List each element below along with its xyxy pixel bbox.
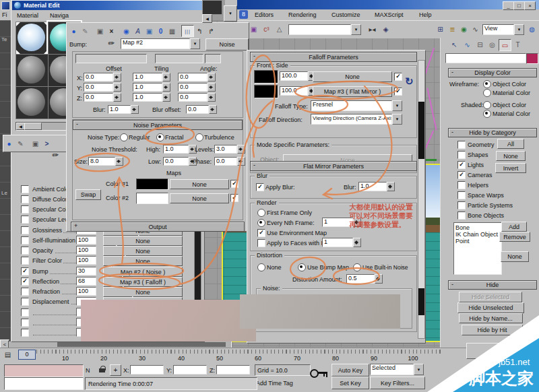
map-checkbox[interactable] xyxy=(21,236,29,244)
shaded-object-color-radio[interactable] xyxy=(483,101,491,109)
spinner[interactable] xyxy=(208,93,216,102)
map-button[interactable]: None xyxy=(103,236,183,246)
falloff-parameters-titlebar[interactable]: - Falloff Parameters xyxy=(250,52,417,62)
radio-label[interactable]: Material Color xyxy=(493,90,530,96)
spinner[interactable] xyxy=(209,105,217,114)
map-amount[interactable]: 100 xyxy=(76,246,96,255)
menu-editors[interactable]: Editors xyxy=(255,11,274,18)
hide-cameras-checkbox[interactable] xyxy=(457,171,466,179)
faces-id-field[interactable]: 1 xyxy=(322,238,353,247)
expand-icon[interactable]: + xyxy=(74,222,77,229)
eyedropper-icon[interactable]: ✎ xyxy=(106,38,117,48)
schematic-icon[interactable]: ≣ xyxy=(447,24,458,34)
falloff-vscrollbar[interactable] xyxy=(418,60,425,339)
spinner[interactable] xyxy=(113,83,121,92)
mini-curve-editor-icon[interactable]: ▤ xyxy=(2,349,13,360)
spinner[interactable] xyxy=(131,105,139,114)
tab-modify[interactable]: ∿ xyxy=(462,39,473,50)
blur-field[interactable]: 1.0 xyxy=(108,105,131,114)
map-type-button[interactable]: Noise xyxy=(205,38,249,51)
tab-create[interactable]: ↖ xyxy=(449,39,460,50)
unlink-icon[interactable]: △ xyxy=(274,24,285,34)
map-amount[interactable]: 100 xyxy=(76,287,96,296)
map-button[interactable]: None xyxy=(103,287,183,297)
radio-label[interactable]: Fractal xyxy=(165,134,184,141)
offset-x-field[interactable]: 0.0 xyxy=(84,73,113,81)
blur-offset-field[interactable]: 0.0 xyxy=(186,105,209,114)
map-checkbox[interactable] xyxy=(21,247,29,255)
collapse-icon[interactable]: - xyxy=(451,129,453,135)
spinner[interactable] xyxy=(115,157,123,166)
file-menu[interactable]: Fi xyxy=(2,11,7,18)
lock-icon[interactable] xyxy=(98,365,106,374)
distortion-none-radio[interactable] xyxy=(257,263,265,271)
collapse-icon[interactable]: - xyxy=(451,69,453,75)
assign-material-icon[interactable]: ▣ xyxy=(30,138,41,149)
map-button[interactable]: None xyxy=(103,256,183,266)
front-map-button[interactable]: None xyxy=(313,71,392,82)
main-titlebar[interactable] xyxy=(237,0,539,9)
list-item[interactable]: IK Chain Object xyxy=(455,231,500,238)
spinner[interactable] xyxy=(237,157,245,166)
go-to-parent-icon[interactable]: ↰ xyxy=(194,26,205,36)
map-amount[interactable]: 30 xyxy=(76,267,96,275)
scrollbar-thumb[interactable] xyxy=(57,342,226,347)
get-material-icon[interactable]: ● xyxy=(3,138,15,149)
list-item[interactable]: Point xyxy=(455,238,500,244)
radio-label[interactable]: Use Bump Map xyxy=(307,264,349,271)
menu-maxscript[interactable]: MAXScript xyxy=(375,11,404,18)
radio-label[interactable]: Use Built-in Noise xyxy=(362,264,408,271)
remove-button[interactable]: Remove xyxy=(499,232,530,242)
angle-z-field[interactable]: 0.0 xyxy=(178,93,208,102)
map-checkbox[interactable] xyxy=(21,226,29,234)
first-frame-radio[interactable] xyxy=(257,209,265,217)
collapse-icon[interactable]: - xyxy=(253,162,255,168)
side-amount-field[interactable]: 100.0 xyxy=(280,86,308,96)
make-unique-icon[interactable]: ◉ xyxy=(121,26,132,36)
checkbox-label[interactable]: Use Environment Map xyxy=(267,230,327,236)
link-icon[interactable]: c³ xyxy=(261,24,272,34)
scrollbar-thumb[interactable] xyxy=(418,102,424,159)
falloff-type-combo[interactable]: Fresnel ▼ xyxy=(311,100,402,111)
tab-motion[interactable]: ◎ xyxy=(486,39,498,50)
map-checkbox[interactable] xyxy=(21,195,29,203)
add-time-tag[interactable]: Add Time Tag xyxy=(256,380,293,387)
falloff-direction-combo[interactable]: Viewing Direction (Camera Z-Axis) ▼ xyxy=(311,114,402,125)
noise-regular-radio[interactable] xyxy=(120,133,128,141)
x-coordinate-field[interactable] xyxy=(130,365,164,374)
noise-turbulence-radio[interactable] xyxy=(195,133,203,141)
y-coordinate-field[interactable] xyxy=(173,365,207,374)
spinner[interactable] xyxy=(237,145,245,154)
noise-parameters-titlebar[interactable]: - Noise Parameters xyxy=(73,120,243,130)
side-color-swatch[interactable] xyxy=(254,85,278,98)
menu-rendering[interactable]: Rendering xyxy=(288,11,317,18)
radio-label[interactable]: Every Nth Frame: xyxy=(267,220,315,226)
reset-map-icon[interactable]: × xyxy=(106,26,117,36)
schematic-view-icon[interactable]: 8 xyxy=(239,10,248,19)
map-amount[interactable]: 100 xyxy=(76,236,96,244)
scrollbar-thumb[interactable] xyxy=(24,123,42,130)
every-nth-frame-radio[interactable] xyxy=(257,219,265,227)
scroll-left-icon[interactable]: ◀ xyxy=(202,14,212,23)
put-to-library-icon[interactable]: A xyxy=(132,26,144,36)
material-id-icon[interactable]: ▣ xyxy=(144,26,155,36)
rollout-hide[interactable]: - Hide xyxy=(448,280,537,290)
low-field[interactable]: 0.0 xyxy=(163,157,189,166)
front-map-checkbox[interactable] xyxy=(394,73,402,81)
color1-map-checkbox[interactable] xyxy=(230,180,239,188)
menu-material[interactable]: Material xyxy=(17,12,38,19)
rollout-display-color[interactable]: - Display Color xyxy=(448,68,537,77)
object-color-swatch[interactable] xyxy=(526,53,538,64)
category-label[interactable]: Bone Objects xyxy=(468,212,504,219)
hide-helpers-checkbox[interactable] xyxy=(457,181,466,189)
apply-blur-checkbox[interactable] xyxy=(256,183,264,191)
map-button-noise[interactable]: Map #2 ( Noise ) xyxy=(103,267,183,277)
levels-field[interactable]: 3.0 xyxy=(214,145,237,154)
list-item[interactable]: Bone xyxy=(455,224,500,231)
tab-display[interactable]: ▭ xyxy=(499,39,511,51)
mirror-icon[interactable]: ▸◂ xyxy=(367,24,378,34)
swap-button[interactable]: Swap xyxy=(75,189,101,200)
radio-label[interactable]: Object Color xyxy=(493,102,526,108)
named-selection-combo[interactable]: ▼ xyxy=(288,24,361,35)
get-material-icon[interactable]: ● xyxy=(68,26,80,36)
